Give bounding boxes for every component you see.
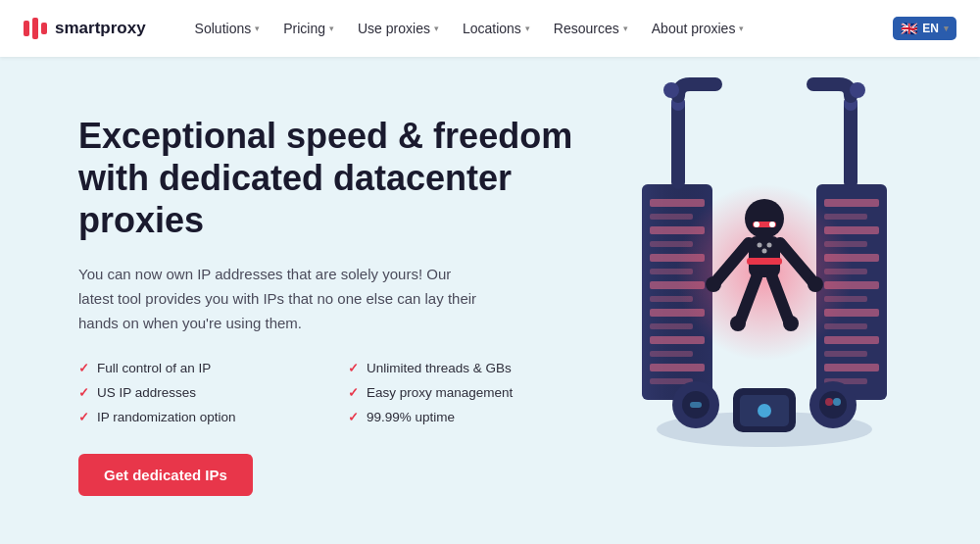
- svg-rect-3: [650, 199, 705, 207]
- svg-rect-33: [824, 364, 879, 371]
- nav-about-proxies-label: About proxies: [652, 21, 736, 36]
- nav-about-proxies[interactable]: About proxies ▾: [642, 15, 755, 42]
- nav-pricing[interactable]: Pricing ▾: [273, 15, 344, 42]
- flag-icon: 🇬🇧: [901, 21, 917, 36]
- svg-rect-31: [824, 336, 879, 344]
- chevron-down-icon: ▾: [623, 24, 628, 33]
- feature-label-1: Unlimited threads & GBs: [367, 361, 512, 375]
- chevron-down-icon: ▾: [434, 24, 439, 33]
- svg-point-54: [767, 243, 772, 248]
- chevron-down-icon: ▾: [255, 24, 260, 33]
- logo[interactable]: smartproxy: [24, 18, 146, 39]
- nav-resources[interactable]: Resources ▾: [544, 15, 638, 42]
- svg-point-37: [850, 82, 865, 98]
- check-icon: ✓: [78, 385, 89, 400]
- features-list: ✓ Full control of an IP ✓ Unlimited thre…: [78, 361, 588, 424]
- svg-rect-4: [650, 214, 693, 220]
- check-icon: ✓: [78, 410, 89, 424]
- svg-point-52: [783, 316, 799, 331]
- logo-bar-2: [32, 18, 38, 39]
- svg-point-58: [758, 404, 771, 418]
- check-icon: ✓: [78, 361, 89, 375]
- nav-resources-label: Resources: [554, 21, 619, 36]
- hero-section: Exceptional speed & freedom with dedicat…: [0, 57, 980, 544]
- svg-point-42: [769, 222, 775, 227]
- svg-rect-12: [650, 323, 693, 329]
- svg-point-53: [758, 243, 762, 248]
- illustration-svg: [588, 76, 941, 488]
- brand-name: smartproxy: [55, 19, 146, 38]
- nav-locations-label: Locations: [463, 21, 521, 36]
- svg-rect-61: [690, 402, 702, 408]
- feature-label-0: Full control of an IP: [97, 361, 211, 375]
- chevron-down-icon: ▾: [944, 24, 949, 33]
- chevron-down-icon: ▾: [329, 24, 334, 33]
- nav-solutions[interactable]: Solutions ▾: [185, 15, 270, 42]
- nav-solutions-label: Solutions: [195, 21, 252, 36]
- language-selector[interactable]: 🇬🇧 EN ▾: [893, 17, 956, 40]
- hero-title: Exceptional speed & freedom with dedicat…: [78, 115, 588, 242]
- navbar: smartproxy Solutions ▾ Pricing ▾ Use pro…: [0, 0, 980, 57]
- svg-point-48: [808, 276, 823, 292]
- feature-item-0: ✓ Full control of an IP: [78, 361, 318, 375]
- feature-item-5: ✓ 99.99% uptime: [348, 410, 588, 424]
- svg-point-64: [825, 398, 833, 406]
- check-icon: ✓: [348, 385, 359, 400]
- svg-rect-32: [824, 351, 867, 357]
- feature-label-4: IP randomization option: [97, 410, 236, 424]
- feature-item-4: ✓ IP randomization option: [78, 410, 318, 424]
- svg-point-51: [730, 316, 746, 331]
- svg-rect-44: [747, 258, 782, 265]
- check-icon: ✓: [348, 410, 359, 424]
- svg-rect-15: [650, 364, 705, 371]
- feature-item-1: ✓ Unlimited threads & GBs: [348, 361, 588, 375]
- chevron-down-icon: ▾: [525, 24, 530, 33]
- logo-bar-3: [41, 23, 47, 34]
- svg-rect-13: [650, 336, 705, 344]
- svg-point-65: [833, 398, 841, 406]
- svg-point-19: [663, 82, 679, 98]
- nav-locations[interactable]: Locations ▾: [453, 15, 540, 42]
- feature-label-5: 99.99% uptime: [367, 410, 455, 424]
- feature-item-3: ✓ Easy proxy management: [348, 385, 588, 400]
- svg-point-47: [706, 276, 721, 292]
- svg-rect-21: [824, 199, 879, 207]
- svg-point-63: [819, 391, 847, 419]
- hero-illustration: [588, 76, 941, 488]
- feature-label-2: US IP addresses: [97, 385, 196, 400]
- feature-label-3: Easy proxy management: [367, 385, 513, 400]
- hero-content: Exceptional speed & freedom with dedicat…: [78, 115, 588, 497]
- chevron-down-icon: ▾: [739, 24, 744, 33]
- feature-item-2: ✓ US IP addresses: [78, 385, 318, 400]
- check-icon: ✓: [348, 361, 359, 375]
- svg-point-39: [745, 199, 784, 238]
- nav-use-proxies-label: Use proxies: [358, 21, 430, 36]
- svg-point-41: [754, 222, 760, 227]
- svg-point-55: [762, 249, 767, 254]
- svg-rect-14: [650, 351, 693, 357]
- nav-links: Solutions ▾ Pricing ▾ Use proxies ▾ Loca…: [185, 15, 956, 42]
- cta-button[interactable]: Get dedicated IPs: [78, 454, 253, 496]
- nav-pricing-label: Pricing: [283, 21, 325, 36]
- logo-bar-1: [24, 21, 29, 36]
- hero-description: You can now own IP addresses that are so…: [78, 263, 490, 335]
- nav-use-proxies[interactable]: Use proxies ▾: [348, 15, 449, 42]
- lang-code: EN: [922, 22, 939, 35]
- logo-icon: [24, 18, 47, 39]
